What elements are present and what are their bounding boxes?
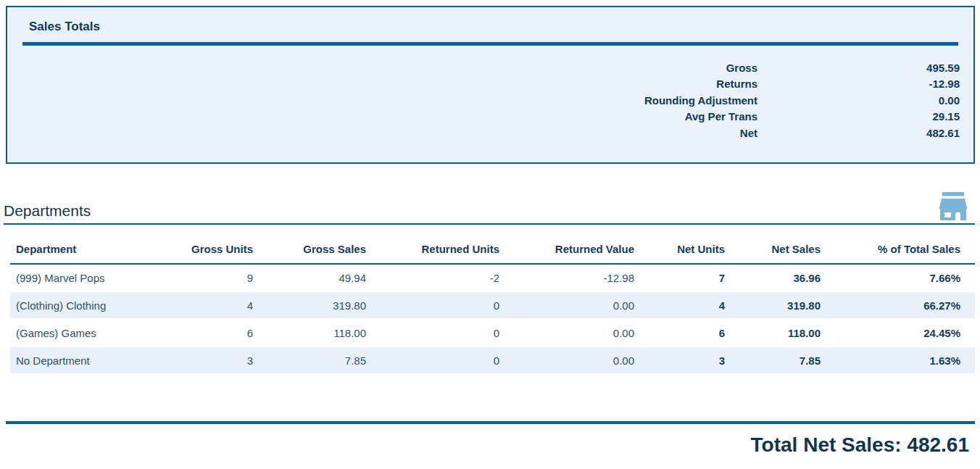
- totals-value: 29.15: [757, 109, 960, 125]
- totals-row-returns: Returns -12.98: [7, 76, 960, 92]
- table-header-row: Department Gross Units Gross Sales Retur…: [10, 236, 975, 264]
- totals-label: Net: [740, 125, 757, 141]
- cell-net-units: 4: [649, 291, 739, 319]
- totals-row-net: Net 482.61: [7, 125, 960, 141]
- cell-net-units: 3: [649, 346, 739, 374]
- departments-table-wrap: Department Gross Units Gross Sales Retur…: [10, 236, 975, 375]
- cell-returned-units: 0: [381, 346, 514, 374]
- column-header-gross-sales: Gross Sales: [267, 236, 381, 264]
- cell-net-sales: 7.85: [739, 346, 835, 374]
- sales-totals-rows: Gross 495.59 Returns -12.98 Rounding Adj…: [7, 60, 973, 141]
- totals-value: 0.00: [757, 93, 960, 109]
- totals-label: Avg Per Trans: [685, 109, 757, 125]
- cell-gross-sales: 49.94: [267, 264, 381, 291]
- totals-row-avg-per-trans: Avg Per Trans 29.15: [7, 109, 960, 125]
- cell-department: (999) Marvel Pops: [10, 264, 180, 291]
- total-net-sales-label: Total Net Sales:: [751, 433, 902, 456]
- column-header-gross-units: Gross Units: [180, 236, 267, 264]
- column-header-department: Department: [10, 236, 180, 264]
- cell-gross-units: 6: [180, 319, 267, 346]
- cell-net-sales: 118.00: [739, 319, 835, 346]
- cell-pct-total-sales: 7.66%: [835, 264, 975, 291]
- column-header-net-units: Net Units: [649, 236, 739, 264]
- cell-department: (Games) Games: [10, 319, 180, 346]
- table-row: No Department 3 7.85 0 0.00 3 7.85 1.63%: [10, 346, 975, 374]
- sales-totals-divider: [22, 42, 958, 46]
- cell-department: (Clothing) Clothing: [10, 291, 180, 319]
- storefront-icon[interactable]: [937, 192, 969, 221]
- cell-gross-sales: 7.85: [267, 346, 381, 374]
- table-row: (999) Marvel Pops 9 49.94 -2 -12.98 7 36…: [10, 264, 975, 291]
- cell-returned-value: 0.00: [514, 291, 649, 319]
- cell-returned-units: -2: [381, 264, 514, 291]
- totals-label: Returns: [716, 76, 757, 92]
- totals-value: 482.61: [757, 125, 960, 141]
- cell-net-units: 7: [649, 264, 739, 291]
- column-header-net-sales: Net Sales: [739, 236, 835, 264]
- cell-net-sales: 36.96: [739, 264, 835, 291]
- column-header-returned-value: Returned Value: [514, 236, 649, 264]
- cell-net-sales: 319.80: [739, 291, 835, 319]
- cell-gross-sales: 319.80: [267, 291, 381, 319]
- cell-gross-units: 3: [180, 346, 267, 374]
- cell-department: No Department: [10, 346, 180, 374]
- totals-value: -12.98: [757, 76, 960, 92]
- cell-returned-value: 0.00: [514, 346, 649, 374]
- departments-section-header: Departments: [4, 202, 975, 225]
- cell-pct-total-sales: 66.27%: [835, 291, 975, 319]
- cell-net-units: 6: [649, 319, 739, 346]
- cell-gross-units: 4: [180, 291, 267, 319]
- total-net-sales: Total Net Sales: 482.61: [0, 433, 969, 457]
- cell-pct-total-sales: 24.45%: [835, 319, 975, 346]
- totals-row-gross: Gross 495.59: [7, 60, 960, 76]
- sales-totals-title: Sales Totals: [7, 7, 973, 34]
- totals-label: Rounding Adjustment: [644, 93, 757, 109]
- column-header-returned-units: Returned Units: [381, 236, 514, 264]
- footer-divider: [6, 421, 975, 424]
- table-row: (Clothing) Clothing 4 319.80 0 0.00 4 31…: [10, 291, 975, 319]
- totals-value: 495.59: [757, 60, 960, 76]
- totals-label: Gross: [726, 60, 757, 76]
- cell-gross-sales: 118.00: [267, 319, 381, 346]
- column-header-pct-total-sales: % of Total Sales: [835, 236, 975, 264]
- cell-returned-value: -12.98: [514, 264, 649, 291]
- total-net-sales-value: 482.61: [907, 433, 969, 456]
- totals-row-rounding-adjustment: Rounding Adjustment 0.00: [7, 93, 960, 109]
- table-row: (Games) Games 6 118.00 0 0.00 6 118.00 2…: [10, 319, 975, 346]
- cell-returned-units: 0: [381, 291, 514, 319]
- cell-returned-value: 0.00: [514, 319, 649, 346]
- departments-title: Departments: [4, 202, 975, 220]
- cell-pct-total-sales: 1.63%: [835, 346, 975, 374]
- departments-table: Department Gross Units Gross Sales Retur…: [10, 236, 975, 375]
- cell-gross-units: 9: [180, 264, 267, 291]
- cell-returned-units: 0: [381, 319, 514, 346]
- sales-totals-panel: Sales Totals Gross 495.59 Returns -12.98…: [6, 6, 975, 164]
